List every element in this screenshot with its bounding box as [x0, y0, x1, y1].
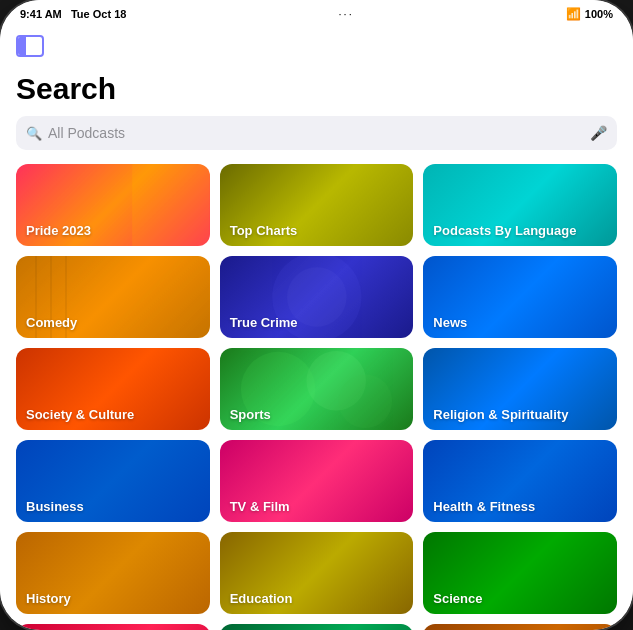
category-card-history[interactable]: History	[16, 532, 210, 614]
category-label-true-crime: True Crime	[230, 315, 298, 330]
status-indicators: 📶 100%	[566, 7, 613, 21]
status-time-date: 9:41 AM Tue Oct 18	[20, 8, 126, 20]
card-texture-overlay	[423, 624, 617, 630]
search-placeholder-text: All Podcasts	[48, 125, 590, 141]
categories-grid: Pride 2023Top ChartsPodcasts By Language…	[16, 164, 617, 630]
category-label-top-charts: Top Charts	[230, 223, 298, 238]
card-texture-overlay	[220, 624, 414, 630]
category-card-arts[interactable]: Arts	[16, 624, 210, 630]
category-label-education: Education	[230, 591, 293, 606]
status-date: Tue Oct 18	[71, 8, 126, 20]
page-title: Search	[16, 72, 617, 106]
wifi-icon: 📶	[566, 7, 581, 21]
battery-level: 100%	[585, 8, 613, 20]
status-time: 9:41 AM	[20, 8, 62, 20]
category-label-news: News	[433, 315, 467, 330]
microphone-icon[interactable]: 🎤	[590, 125, 607, 141]
category-label-tv-film: TV & Film	[230, 499, 290, 514]
category-card-top-charts[interactable]: Top Charts	[220, 164, 414, 246]
category-card-news[interactable]: News	[423, 256, 617, 338]
device-frame: 9:41 AM Tue Oct 18 ··· 📶 100% Search 🔍	[0, 0, 633, 630]
svg-point-10	[338, 375, 392, 429]
category-label-history: History	[26, 591, 71, 606]
screen: 9:41 AM Tue Oct 18 ··· 📶 100% Search 🔍	[0, 0, 633, 630]
category-card-society[interactable]: Society & Culture	[16, 348, 210, 430]
category-card-tv-film[interactable]: TV & Film	[220, 440, 414, 522]
category-label-health-fitness: Health & Fitness	[433, 499, 535, 514]
category-label-sports: Sports	[230, 407, 271, 422]
category-card-true-crime[interactable]: True Crime	[220, 256, 414, 338]
content-area[interactable]: Search 🔍 All Podcasts 🎤 Pride 2023Top Ch…	[0, 64, 633, 630]
status-bar: 9:41 AM Tue Oct 18 ··· 📶 100%	[0, 0, 633, 28]
category-label-by-language: Podcasts By Language	[433, 223, 576, 238]
category-card-business[interactable]: Business	[16, 440, 210, 522]
nav-bar	[0, 28, 633, 64]
category-card-relationships[interactable]: Relationships	[423, 624, 617, 630]
category-card-religion[interactable]: Religion & Spirituality	[423, 348, 617, 430]
sidebar-toggle-left-panel	[18, 37, 26, 55]
category-card-sports[interactable]: Sports	[220, 348, 414, 430]
category-card-kids-family[interactable]: Kids & Family	[220, 624, 414, 630]
search-icon: 🔍	[26, 126, 42, 141]
category-label-pride-2023: Pride 2023	[26, 223, 91, 238]
category-label-business: Business	[26, 499, 84, 514]
category-card-education[interactable]: Education	[220, 532, 414, 614]
category-card-health-fitness[interactable]: Health & Fitness	[423, 440, 617, 522]
svg-rect-1	[132, 164, 209, 246]
category-card-science[interactable]: Science	[423, 532, 617, 614]
category-label-society: Society & Culture	[26, 407, 134, 422]
category-label-science: Science	[433, 591, 482, 606]
search-bar[interactable]: 🔍 All Podcasts 🎤	[16, 116, 617, 150]
category-card-by-language[interactable]: Podcasts By Language	[423, 164, 617, 246]
category-card-pride-2023[interactable]: Pride 2023	[16, 164, 210, 246]
sidebar-toggle-button[interactable]	[16, 35, 44, 57]
category-label-religion: Religion & Spirituality	[433, 407, 568, 422]
category-card-comedy[interactable]: Comedy	[16, 256, 210, 338]
status-notch-dots: ···	[339, 8, 354, 20]
card-texture-overlay	[16, 624, 210, 630]
category-label-comedy: Comedy	[26, 315, 77, 330]
